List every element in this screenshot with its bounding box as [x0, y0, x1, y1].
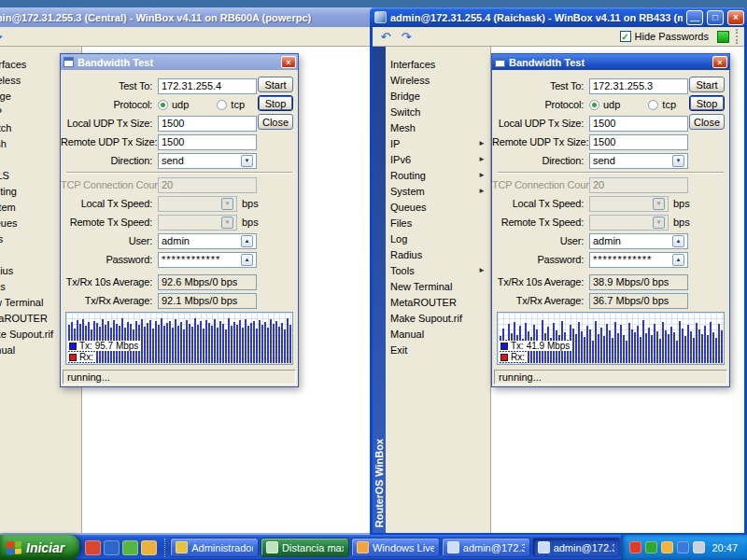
redo-icon[interactable]: ↷	[397, 29, 416, 45]
chart-bar	[281, 323, 283, 363]
close-icon[interactable]: ×	[727, 10, 744, 25]
local-tx-speed-label: Local Tx Speed:	[61, 198, 158, 209]
sidebar-item[interactable]: IPv6 ►	[386, 151, 490, 167]
sidebar-item[interactable]: Interfaces ►	[386, 56, 490, 72]
direction-label: Direction:	[61, 155, 158, 166]
sidebar-item-label: Wireless	[0, 75, 69, 86]
close-icon[interactable]: ×	[712, 56, 727, 68]
stop-button[interactable]: Stop	[689, 95, 725, 111]
sidebar-item[interactable]: IP ►	[386, 135, 490, 151]
chart-bar	[177, 326, 179, 363]
protocol-tcp-radio[interactable]	[648, 100, 658, 110]
taskbar-button[interactable]: admin@172.3...	[532, 538, 621, 557]
sidebar-item-label: Make Supout.rif	[0, 329, 69, 340]
close-button[interactable]: Close	[689, 114, 725, 130]
sidebar-item[interactable]: Wireless ►	[386, 72, 490, 88]
sidebar-item[interactable]: Bridge ►	[386, 88, 490, 104]
password-input[interactable]: ************ ▲	[589, 252, 688, 268]
sidebar-item[interactable]: Exit ►	[386, 342, 490, 357]
tray-icon[interactable]	[629, 541, 641, 553]
sidebar-item[interactable]: Files ►	[386, 215, 490, 231]
local-tx-speed-select: ▼	[158, 196, 237, 212]
taskbar-button[interactable]: Windows Live ...	[351, 538, 440, 557]
taskbar: Iniciar Administrador ... Distancia maxi…	[0, 535, 747, 560]
quick-launch-icon[interactable]	[85, 540, 101, 555]
local-udp-tx-size-input[interactable]: 1500	[158, 116, 257, 132]
remote-tx-speed-label: Remote Tx Speed:	[492, 217, 589, 228]
chevron-down-icon[interactable]: ▼	[672, 155, 684, 167]
user-input[interactable]: admin ▲	[589, 233, 688, 249]
start-button-taskbar[interactable]: Iniciar	[0, 535, 79, 560]
user-input[interactable]: admin ▲	[158, 233, 257, 249]
close-icon[interactable]: ×	[281, 56, 296, 68]
password-input[interactable]: ************ ▲	[158, 252, 257, 268]
tray-icon[interactable]	[677, 541, 689, 553]
tray-icon[interactable]	[645, 541, 657, 553]
start-button[interactable]: Start	[689, 77, 725, 92]
dialog-titlebar[interactable]: Bandwidth Test ×	[492, 54, 729, 70]
sidebar-item[interactable]: Make Supout.rif ►	[386, 310, 490, 326]
tray-icon[interactable]	[693, 541, 705, 553]
tray-icon[interactable]	[661, 541, 673, 553]
tx-rx-10s-average-label: Tx/Rx 10s Average:	[61, 276, 158, 287]
maximize-icon[interactable]: □	[707, 10, 724, 25]
redo-icon[interactable]: ↷	[0, 29, 7, 45]
chevron-down-icon[interactable]: ▼	[241, 155, 253, 167]
sidebar-item-label: Routing	[390, 170, 478, 181]
chevron-up-icon[interactable]: ▲	[672, 254, 684, 266]
protocol-udp-radio[interactable]	[589, 100, 599, 110]
chart-bar	[617, 333, 619, 363]
toolbar-grip[interactable]	[736, 29, 740, 44]
remote-udp-tx-size-input[interactable]: 1500	[158, 134, 257, 150]
minimize-icon[interactable]: —	[686, 10, 703, 25]
dialog-titlebar[interactable]: Bandwidth Test ×	[61, 54, 298, 70]
quick-launch-icon[interactable]	[141, 540, 157, 555]
sidebar-item[interactable]: System ►	[386, 183, 490, 199]
chart-bar	[144, 327, 146, 363]
direction-select[interactable]: send ▼	[158, 153, 257, 169]
chart-bar	[239, 320, 241, 363]
taskbar-button[interactable]: Distancia maxi...	[261, 538, 349, 557]
throughput-chart: Tx: 95.7 Mbps Rx:	[65, 312, 293, 365]
clock[interactable]: 20:47	[712, 542, 738, 553]
chevron-up-icon[interactable]: ▲	[241, 254, 253, 266]
sidebar-item[interactable]: Manual ►	[386, 326, 490, 342]
undo-icon[interactable]: ↶	[376, 29, 395, 45]
taskbar-button[interactable]: Administrador ...	[170, 538, 259, 557]
sidebar-item-label: Bridge	[390, 91, 478, 102]
protocol-tcp-radio[interactable]	[217, 100, 227, 110]
chart-bar	[211, 326, 213, 363]
sidebar-item[interactable]: Routing ►	[386, 167, 490, 183]
close-button[interactable]: Close	[258, 114, 293, 130]
direction-select[interactable]: send ▼	[589, 153, 688, 169]
protocol-udp-radio[interactable]	[158, 100, 168, 110]
stop-button[interactable]: Stop	[258, 95, 293, 111]
chart-bar	[623, 335, 625, 363]
chevron-up-icon[interactable]: ▲	[241, 235, 253, 247]
sidebar-item[interactable]: Radius ►	[386, 246, 490, 262]
tx-rx-average-value: 36.7 Mbps/0 bps	[589, 293, 688, 309]
test-to-input[interactable]: 172.31.255.4	[158, 78, 257, 94]
chart-bar	[628, 323, 630, 363]
remote-udp-tx-size-input[interactable]: 1500	[589, 134, 688, 150]
hide-passwords-checkbox[interactable]: ✓	[620, 31, 631, 42]
quick-launch-icon[interactable]	[122, 540, 138, 555]
quick-launch-icon[interactable]	[104, 540, 120, 555]
sidebar-item[interactable]: Switch ►	[386, 104, 490, 119]
local-udp-tx-size-input[interactable]: 1500	[589, 116, 688, 132]
sidebar-item[interactable]: New Terminal ►	[386, 278, 490, 294]
chevron-up-icon[interactable]: ▲	[672, 235, 684, 247]
sidebar-item[interactable]: Mesh ►	[386, 119, 490, 135]
start-button[interactable]: Start	[258, 77, 293, 92]
test-to-input[interactable]: 172.31.255.3	[589, 78, 688, 94]
chart-bar	[693, 338, 695, 363]
sidebar-item[interactable]: Queues ►	[386, 199, 490, 215]
sidebar-item[interactable]: MetaROUTER ►	[386, 294, 490, 310]
sidebar-item[interactable]: Log ►	[386, 231, 490, 246]
tcp-connection-count-input: 20	[589, 177, 688, 193]
chart-bar	[208, 323, 210, 363]
window-titlebar[interactable]: admin@172.31.255.4 (Raichask) - WinBox v…	[370, 7, 747, 27]
sidebar-item[interactable]: Tools ►	[386, 262, 490, 278]
taskbar-button[interactable]: admin@172.3...	[442, 538, 530, 557]
chart-bar	[256, 329, 258, 363]
